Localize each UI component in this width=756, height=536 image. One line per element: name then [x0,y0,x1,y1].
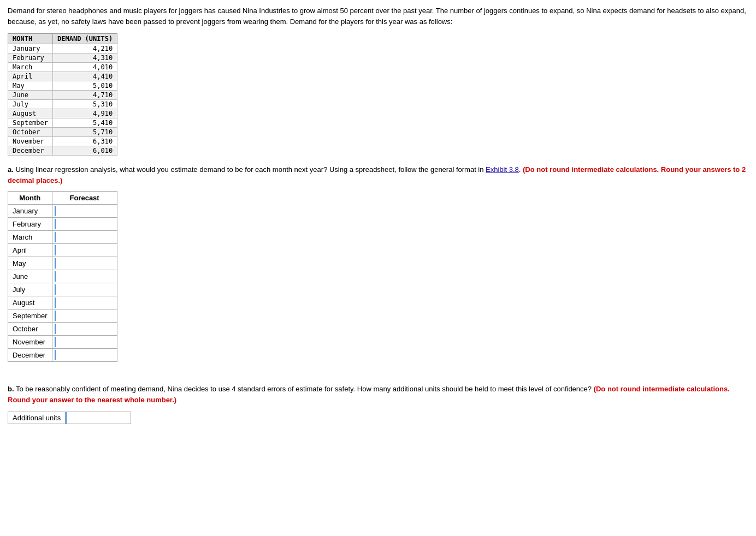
forecast-header-forecast: Forecast [52,192,117,205]
forecast-input[interactable] [55,206,115,216]
forecast-row-input-cell [52,309,117,323]
demand-row-month: May [8,81,53,91]
section-a-text-before-link: Using linear regression analysis, what w… [14,165,486,174]
demand-table-header-units: DEMAND (UNITS) [53,34,117,44]
section-a-label: a. Using linear regression analysis, wha… [8,164,748,186]
forecast-table: Month Forecast JanuaryFebruaryMarchApril… [8,191,117,362]
forecast-input[interactable] [55,350,115,360]
demand-row-month: December [8,146,53,156]
forecast-row-input-cell [52,244,117,257]
demand-row-units: 4,010 [53,63,117,72]
demand-row-month: August [8,109,53,118]
forecast-row-month: June [8,270,52,283]
demand-row-units: 4,910 [53,109,117,118]
demand-row-units: 5,010 [53,81,117,91]
forecast-row-month: July [8,283,52,296]
forecast-row-input-cell [52,323,117,336]
demand-row-units: 4,310 [53,53,117,63]
forecast-row-month: March [8,231,52,244]
forecast-row-month: November [8,336,52,349]
demand-row-month: March [8,63,53,72]
forecast-row-month: September [8,309,52,323]
demand-row-units: 6,310 [53,137,117,146]
forecast-input[interactable] [55,258,115,269]
forecast-input[interactable] [55,311,115,321]
forecast-input[interactable] [55,284,115,295]
demand-row-month: June [8,91,53,100]
forecast-row-input-cell [52,231,117,244]
section-b-text: To be reasonably confident of meeting de… [14,385,592,393]
forecast-row-month: May [8,257,52,270]
demand-row-units: 4,210 [53,44,117,53]
demand-row-units: 4,410 [53,72,117,81]
forecast-row-input-cell [52,218,117,231]
forecast-row-input-cell [52,336,117,349]
section-b-bold: b. [8,385,14,393]
forecast-row-month: August [8,296,52,309]
forecast-row-month: December [8,349,52,362]
forecast-row-month: January [8,205,52,218]
forecast-row-month: October [8,323,52,336]
demand-row-month: July [8,100,53,109]
demand-row-month: February [8,53,53,63]
forecast-input[interactable] [55,232,115,242]
forecast-input[interactable] [55,271,115,282]
additional-units-label: Additional units [8,412,66,424]
demand-row-month: April [8,72,53,81]
forecast-input[interactable] [55,219,115,229]
demand-row-month: October [8,128,53,137]
exhibit-3-8-link[interactable]: Exhibit 3.8 [486,165,519,174]
forecast-row-input-cell [52,296,117,309]
demand-row-month: January [8,44,53,53]
forecast-row-input-cell [52,349,117,362]
forecast-row-input-cell [52,283,117,296]
demand-row-month: November [8,137,53,146]
demand-row-month: September [8,118,53,128]
additional-units-input[interactable] [66,412,131,424]
forecast-row-month: February [8,218,52,231]
demand-table-header-month: MONTH [8,34,53,44]
forecast-header-month: Month [8,192,52,205]
demand-row-units: 5,310 [53,100,117,109]
demand-row-units: 5,710 [53,128,117,137]
forecast-row-month: April [8,244,52,257]
additional-units-row: Additional units [8,412,748,424]
demand-row-units: 5,410 [53,118,117,128]
demand-row-units: 4,710 [53,91,117,100]
forecast-row-input-cell [52,257,117,270]
forecast-row-input-cell [52,205,117,218]
forecast-input[interactable] [55,324,115,334]
forecast-input[interactable] [55,245,115,255]
forecast-input[interactable] [55,337,115,347]
demand-data-table: MONTH DEMAND (UNITS) January4,210Februar… [8,33,117,156]
section-b-label: b. To be reasonably confident of meeting… [8,384,748,405]
forecast-input[interactable] [55,297,115,308]
demand-row-units: 6,010 [53,146,117,156]
intro-paragraph: Demand for stereo headphones and music p… [8,5,748,27]
forecast-row-input-cell [52,270,117,283]
section-a-bold: a. [8,165,14,174]
